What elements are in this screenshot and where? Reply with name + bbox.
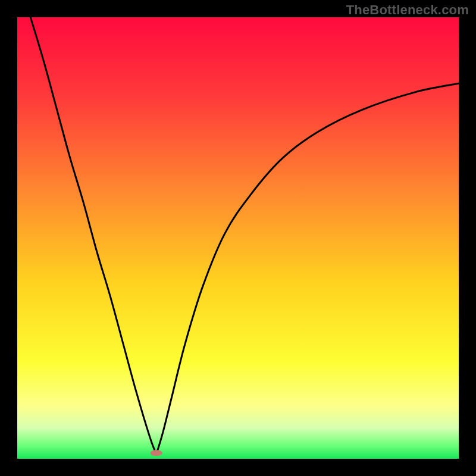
apex-marker bbox=[151, 450, 162, 456]
chart-frame: TheBottleneck.com bbox=[0, 0, 476, 476]
watermark-text: TheBottleneck.com bbox=[346, 2, 469, 18]
plot-area bbox=[17, 17, 459, 459]
chart-svg bbox=[17, 17, 459, 459]
gradient-background bbox=[17, 17, 459, 459]
